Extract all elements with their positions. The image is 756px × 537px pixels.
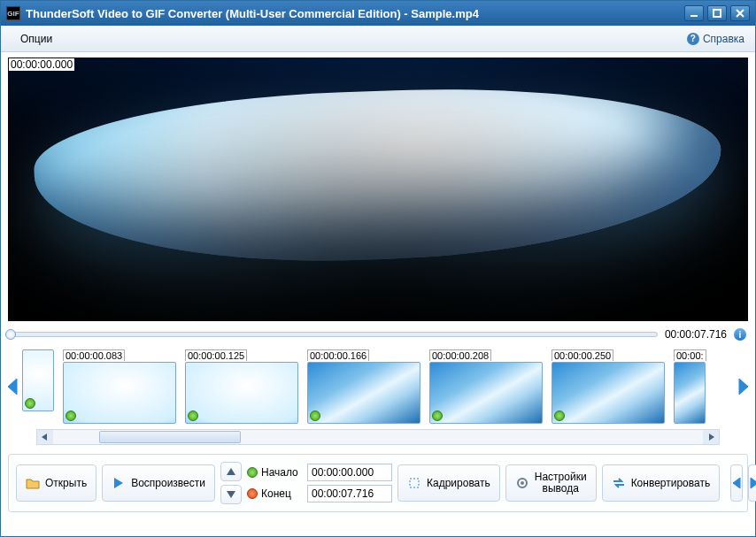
scroll-right-arrow[interactable] (703, 430, 719, 444)
svg-marker-7 (709, 433, 714, 441)
output-label-line1: Настройки (535, 471, 587, 483)
filmstrip-prev-button[interactable] (4, 354, 20, 419)
filmstrip-next-button[interactable] (736, 354, 752, 419)
play-skip-up-button[interactable] (220, 462, 242, 481)
end-marker-icon (247, 488, 258, 499)
menubar: Опции ? Справка (1, 26, 755, 52)
svg-marker-9 (227, 468, 235, 475)
svg-rect-1 (714, 10, 721, 17)
crop-label: Кадрировать (427, 477, 490, 489)
mark-icon (432, 410, 443, 421)
mark-icon (188, 410, 198, 421)
help-icon: ? (687, 33, 699, 45)
filmstrip: 00:00:00.083 00:00:00.125 00:00:00.166 0… (4, 349, 752, 424)
svg-point-13 (521, 481, 524, 485)
scroll-left-arrow[interactable] (37, 430, 53, 444)
frame-timestamp: 00:00:00.083 (63, 349, 125, 361)
start-marker-icon (247, 467, 258, 478)
filmstrip-frame[interactable]: 00:00:00.125 (185, 349, 298, 424)
preview-timestamp: 00:00:00.000 (9, 58, 74, 71)
next-file-button[interactable] (748, 464, 756, 502)
end-label: Конец (261, 487, 304, 500)
help-label: Справка (703, 33, 744, 45)
svg-marker-8 (114, 478, 123, 488)
help-link[interactable]: ? Справка (687, 33, 744, 45)
frame-timestamp: 00:00:00.250 (552, 349, 613, 361)
range-column: Начало Конец (247, 464, 392, 502)
play-button[interactable]: Воспроизвести (102, 464, 215, 502)
convert-button[interactable]: Конвертировать (602, 464, 721, 502)
mark-icon (66, 410, 76, 421)
seek-handle[interactable] (5, 329, 16, 340)
menu-options[interactable]: Опции (12, 28, 61, 50)
svg-marker-15 (751, 478, 756, 488)
svg-marker-10 (227, 491, 235, 498)
svg-rect-11 (410, 479, 419, 487)
prev-file-button[interactable] (730, 464, 743, 502)
svg-marker-14 (733, 478, 740, 488)
filmstrip-frame[interactable]: 00:00:00.250 (552, 349, 665, 424)
mark-icon (310, 410, 320, 421)
frame-timestamp: 00:00:00.208 (429, 349, 491, 361)
folder-icon (26, 476, 40, 490)
play-skip-column (220, 462, 242, 504)
frame-timestamp: 00:00:00.166 (307, 349, 369, 361)
window-maximize-button[interactable] (707, 5, 727, 21)
output-label-line2: вывода (543, 482, 579, 495)
crop-icon (407, 476, 421, 490)
filmstrip-viewport[interactable]: 00:00:00.083 00:00:00.125 00:00:00.166 0… (22, 349, 734, 424)
info-icon[interactable]: i (734, 328, 746, 341)
filmstrip-scrollbar[interactable] (36, 429, 720, 445)
bottom-toolbar: Открыть Воспроизвести Начало (8, 454, 748, 512)
gear-icon (515, 476, 529, 490)
scrollbar-thumb[interactable] (99, 431, 241, 443)
open-label: Открыть (45, 477, 87, 489)
window-close-button[interactable] (730, 5, 750, 21)
output-settings-button[interactable]: Настройки вывода (505, 464, 597, 502)
mark-icon (25, 398, 35, 409)
seek-slider[interactable] (10, 332, 658, 337)
video-preview[interactable]: 00:00:00.000 (8, 58, 748, 321)
play-icon (112, 476, 126, 490)
open-button[interactable]: Открыть (16, 464, 96, 502)
convert-icon (612, 476, 626, 490)
preview-frame-image (8, 58, 748, 321)
mark-icon (554, 410, 565, 421)
convert-label: Конвертировать (631, 477, 711, 489)
end-time-input[interactable] (307, 485, 392, 502)
filmstrip-frame-partial[interactable]: 00:00: (674, 349, 706, 424)
frame-timestamp: 00:00:00.125 (185, 349, 247, 361)
window-title: ThunderSoft Video to GIF Converter (Mult… (26, 7, 479, 20)
app-icon: GIF (6, 6, 20, 20)
start-label: Начало (261, 466, 304, 479)
crop-button[interactable]: Кадрировать (397, 464, 500, 502)
play-label: Воспроизвести (131, 477, 205, 489)
start-row: Начало (247, 464, 392, 481)
filmstrip-frame[interactable]: 00:00:00.208 (429, 349, 543, 424)
window-minimize-button[interactable] (684, 5, 704, 21)
end-row: Конец (247, 485, 392, 502)
seek-row: 00:00:07.716 i (10, 326, 746, 342)
start-time-input[interactable] (307, 464, 392, 481)
frame-timestamp: 00:00: (674, 349, 706, 361)
titlebar: GIF ThunderSoft Video to GIF Converter (… (1, 1, 755, 26)
svg-marker-6 (42, 433, 47, 441)
seek-duration: 00:00:07.716 (665, 328, 727, 341)
play-skip-down-button[interactable] (220, 485, 242, 504)
svg-marker-4 (8, 379, 17, 395)
svg-marker-5 (739, 379, 748, 395)
app-window: GIF ThunderSoft Video to GIF Converter (… (0, 0, 756, 537)
filmstrip-frame-partial[interactable] (22, 349, 54, 411)
filmstrip-frame[interactable]: 00:00:00.166 (307, 349, 420, 424)
filmstrip-frame[interactable]: 00:00:00.083 (63, 349, 176, 424)
